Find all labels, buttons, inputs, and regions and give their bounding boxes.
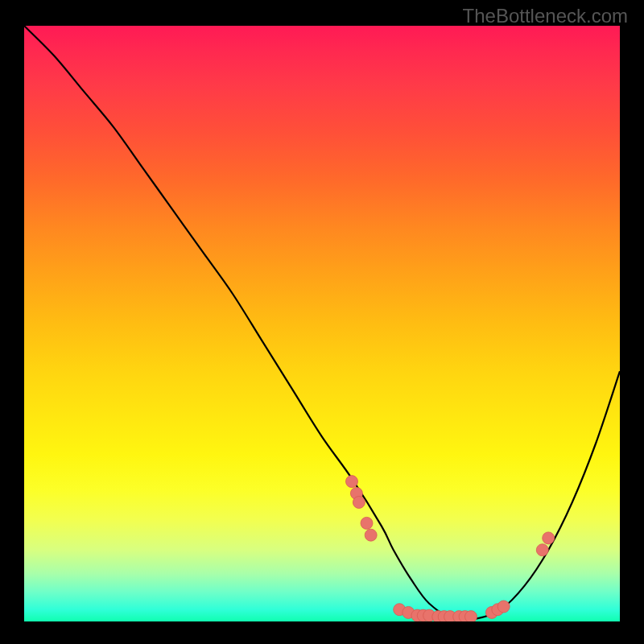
data-point [497, 601, 510, 613]
data-point [361, 517, 373, 529]
bottleneck-curve [24, 26, 620, 620]
chart-plot-area [24, 26, 620, 621]
data-point [365, 529, 377, 541]
data-point [465, 611, 477, 621]
data-point [353, 497, 365, 509]
chart-svg [24, 26, 620, 621]
data-point [543, 532, 555, 544]
data-points-group [346, 476, 555, 621]
data-point [536, 544, 548, 556]
watermark-text: TheBottleneck.com [463, 5, 628, 27]
data-point [346, 476, 358, 488]
